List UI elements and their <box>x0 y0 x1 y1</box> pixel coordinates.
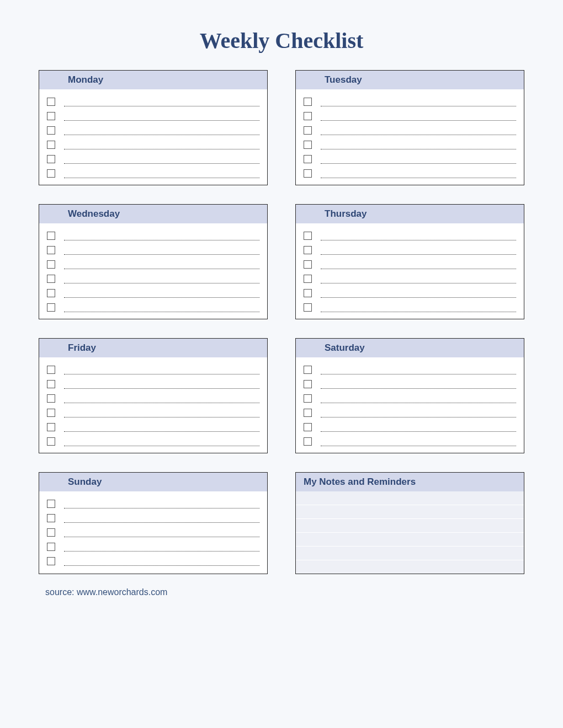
task-line[interactable] <box>64 537 259 537</box>
task-line[interactable] <box>321 446 516 446</box>
task-line[interactable] <box>64 297 259 298</box>
checkbox-icon[interactable] <box>47 514 55 522</box>
notes-body[interactable] <box>296 491 524 574</box>
checkbox-icon[interactable] <box>47 557 55 565</box>
checkbox-icon[interactable] <box>47 141 55 149</box>
task-row <box>47 108 259 122</box>
task-line[interactable] <box>64 135 259 135</box>
task-line[interactable] <box>64 240 259 240</box>
checkbox-icon[interactable] <box>47 112 55 120</box>
notes-card: My Notes and Reminders <box>295 472 524 574</box>
checkbox-icon[interactable] <box>304 394 312 403</box>
checkbox-icon[interactable] <box>47 528 55 537</box>
task-line[interactable] <box>64 283 259 283</box>
checkbox-icon[interactable] <box>304 275 312 283</box>
task-row <box>47 165 259 180</box>
checkbox-icon[interactable] <box>304 380 312 388</box>
task-row <box>47 228 259 242</box>
checkbox-icon[interactable] <box>47 543 55 551</box>
task-line[interactable] <box>64 446 259 446</box>
checkbox-icon[interactable] <box>47 260 55 269</box>
task-row <box>47 151 259 165</box>
task-line[interactable] <box>321 374 516 374</box>
checkbox-icon[interactable] <box>304 260 312 269</box>
day-body <box>39 89 267 185</box>
task-line[interactable] <box>64 149 259 149</box>
task-line[interactable] <box>321 388 516 389</box>
checkbox-icon[interactable] <box>47 500 55 508</box>
task-line[interactable] <box>64 403 259 403</box>
checkbox-icon[interactable] <box>47 275 55 283</box>
task-row <box>304 137 516 151</box>
task-line[interactable] <box>64 565 259 566</box>
checkbox-icon[interactable] <box>304 155 312 163</box>
checkbox-icon[interactable] <box>304 126 312 135</box>
task-row <box>304 256 516 271</box>
source-text: source: www.neworchards.com <box>39 587 524 597</box>
page-title: Weekly Checklist <box>39 28 524 53</box>
checkbox-icon[interactable] <box>47 437 55 446</box>
checkbox-icon[interactable] <box>304 289 312 297</box>
task-line[interactable] <box>64 508 259 508</box>
checkbox-icon[interactable] <box>304 112 312 120</box>
checkbox-icon[interactable] <box>47 394 55 403</box>
task-line[interactable] <box>64 417 259 417</box>
task-line[interactable] <box>321 283 516 283</box>
task-line[interactable] <box>64 388 259 389</box>
task-line[interactable] <box>321 269 516 269</box>
task-row <box>47 539 259 553</box>
task-line[interactable] <box>64 120 259 121</box>
checkbox-icon[interactable] <box>304 98 312 106</box>
task-row <box>47 271 259 285</box>
task-line[interactable] <box>64 551 259 552</box>
task-line[interactable] <box>321 417 516 417</box>
checkbox-icon[interactable] <box>304 303 312 312</box>
checkbox-icon[interactable] <box>304 169 312 178</box>
checkbox-icon[interactable] <box>304 141 312 149</box>
task-line[interactable] <box>321 120 516 121</box>
task-line[interactable] <box>321 135 516 135</box>
checkbox-icon[interactable] <box>47 303 55 312</box>
task-line[interactable] <box>321 403 516 403</box>
checkbox-icon[interactable] <box>47 409 55 417</box>
checkbox-icon[interactable] <box>304 366 312 374</box>
task-line[interactable] <box>321 431 516 432</box>
task-line[interactable] <box>321 312 516 312</box>
task-line[interactable] <box>64 163 259 164</box>
checkbox-icon[interactable] <box>47 169 55 178</box>
task-line[interactable] <box>64 178 259 178</box>
task-line[interactable] <box>64 106 259 106</box>
task-line[interactable] <box>321 106 516 106</box>
checkbox-icon[interactable] <box>47 126 55 135</box>
task-line[interactable] <box>64 522 259 523</box>
checkbox-icon[interactable] <box>47 289 55 297</box>
task-row <box>304 151 516 165</box>
checkbox-icon[interactable] <box>47 232 55 240</box>
task-line[interactable] <box>321 240 516 240</box>
task-row <box>47 242 259 256</box>
task-line[interactable] <box>321 163 516 164</box>
notes-line <box>296 547 524 560</box>
checkbox-icon[interactable] <box>304 409 312 417</box>
checkbox-icon[interactable] <box>47 155 55 163</box>
checkbox-icon[interactable] <box>47 98 55 106</box>
task-line[interactable] <box>321 178 516 178</box>
task-line[interactable] <box>321 254 516 255</box>
checkbox-icon[interactable] <box>304 437 312 446</box>
task-line[interactable] <box>321 149 516 149</box>
checkbox-icon[interactable] <box>47 423 55 431</box>
checkbox-icon[interactable] <box>47 366 55 374</box>
task-line[interactable] <box>64 269 259 269</box>
checkbox-icon[interactable] <box>47 246 55 254</box>
checkbox-icon[interactable] <box>304 232 312 240</box>
checkbox-icon[interactable] <box>47 380 55 388</box>
task-row <box>47 390 259 405</box>
task-line[interactable] <box>321 297 516 298</box>
checkbox-icon[interactable] <box>304 423 312 431</box>
task-row <box>47 299 259 314</box>
task-line[interactable] <box>64 431 259 432</box>
task-line[interactable] <box>64 312 259 312</box>
task-line[interactable] <box>64 254 259 255</box>
task-line[interactable] <box>64 374 259 374</box>
checkbox-icon[interactable] <box>304 246 312 254</box>
